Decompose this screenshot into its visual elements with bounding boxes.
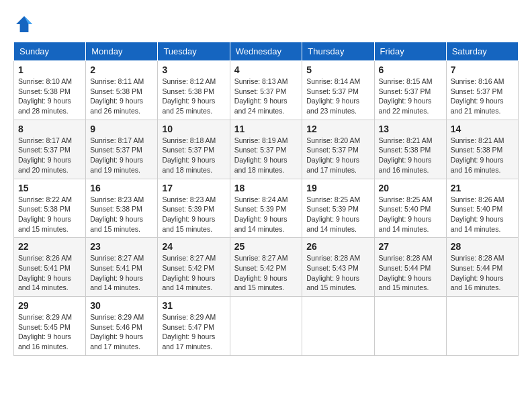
calendar-cell: 2 Sunrise: 8:11 AMSunset: 5:38 PMDayligh… <box>86 61 158 120</box>
calendar-cell: 12 Sunrise: 8:20 AMSunset: 5:37 PMDaylig… <box>302 120 374 179</box>
day-number: 31 <box>162 300 225 311</box>
logo <box>13 13 38 35</box>
day-info: Sunrise: 8:26 AMSunset: 5:40 PMDaylight:… <box>451 195 504 233</box>
calendar-cell: 27 Sunrise: 8:28 AMSunset: 5:44 PMDaylig… <box>374 238 446 297</box>
calendar-cell: 18 Sunrise: 8:24 AMSunset: 5:39 PMDaylig… <box>230 179 302 238</box>
day-number: 18 <box>234 183 298 193</box>
day-info: Sunrise: 8:25 AMSunset: 5:40 PMDaylight:… <box>379 195 433 233</box>
day-number: 6 <box>379 64 442 75</box>
day-number: 14 <box>451 124 514 134</box>
calendar-cell: 11 Sunrise: 8:19 AMSunset: 5:37 PMDaylig… <box>230 120 302 179</box>
day-number: 15 <box>18 183 81 193</box>
page-header <box>13 13 519 35</box>
day-number: 24 <box>162 241 225 252</box>
calendar-cell: 13 Sunrise: 8:21 AMSunset: 5:38 PMDaylig… <box>374 120 446 179</box>
day-info: Sunrise: 8:17 AMSunset: 5:37 PMDaylight:… <box>18 136 72 174</box>
header-saturday: Saturday <box>446 42 518 61</box>
day-info: Sunrise: 8:27 AMSunset: 5:42 PMDaylight:… <box>162 254 216 291</box>
day-info: Sunrise: 8:13 AMSunset: 5:37 PMDaylight:… <box>234 77 288 115</box>
calendar-cell: 31 Sunrise: 8:29 AMSunset: 5:47 PMDaylig… <box>158 297 230 356</box>
day-info: Sunrise: 8:18 AMSunset: 5:37 PMDaylight:… <box>162 136 216 174</box>
calendar-cell: 14 Sunrise: 8:21 AMSunset: 5:38 PMDaylig… <box>446 120 518 179</box>
day-number: 26 <box>306 241 369 252</box>
day-info: Sunrise: 8:23 AMSunset: 5:38 PMDaylight:… <box>90 195 144 233</box>
day-info: Sunrise: 8:15 AMSunset: 5:37 PMDaylight:… <box>379 77 433 115</box>
calendar-cell: 16 Sunrise: 8:23 AMSunset: 5:38 PMDaylig… <box>86 179 158 238</box>
day-number: 16 <box>90 183 153 193</box>
day-info: Sunrise: 8:16 AMSunset: 5:37 PMDaylight:… <box>451 77 504 115</box>
calendar-cell: 5 Sunrise: 8:14 AMSunset: 5:37 PMDayligh… <box>302 61 374 120</box>
day-number: 29 <box>18 300 81 311</box>
calendar-week-row: 1 Sunrise: 8:10 AMSunset: 5:38 PMDayligh… <box>14 61 519 120</box>
calendar-week-row: 8 Sunrise: 8:17 AMSunset: 5:37 PMDayligh… <box>14 120 519 179</box>
day-number: 12 <box>306 124 369 134</box>
calendar-cell: 15 Sunrise: 8:22 AMSunset: 5:38 PMDaylig… <box>14 179 86 238</box>
logo-icon <box>13 13 35 35</box>
day-info: Sunrise: 8:26 AMSunset: 5:41 PMDaylight:… <box>18 254 72 291</box>
calendar-cell: 24 Sunrise: 8:27 AMSunset: 5:42 PMDaylig… <box>158 238 230 297</box>
day-number: 27 <box>379 241 442 252</box>
day-info: Sunrise: 8:17 AMSunset: 5:37 PMDaylight:… <box>90 136 144 174</box>
calendar-cell: 4 Sunrise: 8:13 AMSunset: 5:37 PMDayligh… <box>230 61 302 120</box>
day-info: Sunrise: 8:12 AMSunset: 5:38 PMDaylight:… <box>162 77 216 115</box>
calendar-cell: 21 Sunrise: 8:26 AMSunset: 5:40 PMDaylig… <box>446 179 518 238</box>
header-sunday: Sunday <box>14 42 86 61</box>
day-info: Sunrise: 8:11 AMSunset: 5:38 PMDaylight:… <box>90 77 144 115</box>
day-info: Sunrise: 8:23 AMSunset: 5:39 PMDaylight:… <box>162 195 216 233</box>
calendar-cell: 20 Sunrise: 8:25 AMSunset: 5:40 PMDaylig… <box>374 179 446 238</box>
calendar-cell: 6 Sunrise: 8:15 AMSunset: 5:37 PMDayligh… <box>374 61 446 120</box>
calendar-cell: 26 Sunrise: 8:28 AMSunset: 5:43 PMDaylig… <box>302 238 374 297</box>
day-info: Sunrise: 8:29 AMSunset: 5:47 PMDaylight:… <box>162 313 216 351</box>
day-number: 1 <box>18 64 81 75</box>
calendar-cell: 10 Sunrise: 8:18 AMSunset: 5:37 PMDaylig… <box>158 120 230 179</box>
calendar-cell: 3 Sunrise: 8:12 AMSunset: 5:38 PMDayligh… <box>158 61 230 120</box>
calendar-cell <box>302 297 374 356</box>
day-info: Sunrise: 8:14 AMSunset: 5:37 PMDaylight:… <box>306 77 360 115</box>
day-number: 11 <box>234 124 298 134</box>
day-info: Sunrise: 8:29 AMSunset: 5:46 PMDaylight:… <box>90 313 144 351</box>
day-info: Sunrise: 8:28 AMSunset: 5:44 PMDaylight:… <box>451 254 504 291</box>
header-wednesday: Wednesday <box>230 42 302 61</box>
day-number: 8 <box>18 124 81 134</box>
day-number: 4 <box>234 64 298 75</box>
day-number: 13 <box>379 124 442 134</box>
calendar-cell: 25 Sunrise: 8:27 AMSunset: 5:42 PMDaylig… <box>230 238 302 297</box>
day-info: Sunrise: 8:10 AMSunset: 5:38 PMDaylight:… <box>18 77 72 115</box>
day-number: 19 <box>306 183 369 193</box>
day-number: 23 <box>90 241 153 252</box>
header-monday: Monday <box>86 42 158 61</box>
day-number: 17 <box>162 183 225 193</box>
day-number: 5 <box>306 64 369 75</box>
calendar-cell: 1 Sunrise: 8:10 AMSunset: 5:38 PMDayligh… <box>14 61 86 120</box>
calendar-cell: 17 Sunrise: 8:23 AMSunset: 5:39 PMDaylig… <box>158 179 230 238</box>
day-info: Sunrise: 8:25 AMSunset: 5:39 PMDaylight:… <box>306 195 360 233</box>
calendar-cell: 9 Sunrise: 8:17 AMSunset: 5:37 PMDayligh… <box>86 120 158 179</box>
calendar-week-row: 22 Sunrise: 8:26 AMSunset: 5:41 PMDaylig… <box>14 238 519 297</box>
calendar-cell: 8 Sunrise: 8:17 AMSunset: 5:37 PMDayligh… <box>14 120 86 179</box>
day-info: Sunrise: 8:27 AMSunset: 5:42 PMDaylight:… <box>234 254 288 291</box>
day-number: 10 <box>162 124 225 134</box>
day-number: 20 <box>379 183 442 193</box>
day-info: Sunrise: 8:19 AMSunset: 5:37 PMDaylight:… <box>234 136 288 174</box>
calendar-cell: 22 Sunrise: 8:26 AMSunset: 5:41 PMDaylig… <box>14 238 86 297</box>
calendar-table: Sunday Monday Tuesday Wednesday Thursday… <box>13 42 519 356</box>
day-number: 3 <box>162 64 225 75</box>
day-info: Sunrise: 8:22 AMSunset: 5:38 PMDaylight:… <box>18 195 72 233</box>
calendar-body: 1 Sunrise: 8:10 AMSunset: 5:38 PMDayligh… <box>14 61 519 356</box>
day-info: Sunrise: 8:21 AMSunset: 5:38 PMDaylight:… <box>451 136 504 174</box>
calendar-week-row: 29 Sunrise: 8:29 AMSunset: 5:45 PMDaylig… <box>14 297 519 356</box>
day-info: Sunrise: 8:21 AMSunset: 5:38 PMDaylight:… <box>379 136 433 174</box>
day-number: 30 <box>90 300 153 311</box>
calendar-cell: 28 Sunrise: 8:28 AMSunset: 5:44 PMDaylig… <box>446 238 518 297</box>
calendar-week-row: 15 Sunrise: 8:22 AMSunset: 5:38 PMDaylig… <box>14 179 519 238</box>
weekday-header-row: Sunday Monday Tuesday Wednesday Thursday… <box>14 42 519 61</box>
calendar-cell: 30 Sunrise: 8:29 AMSunset: 5:46 PMDaylig… <box>86 297 158 356</box>
day-info: Sunrise: 8:20 AMSunset: 5:37 PMDaylight:… <box>306 136 360 174</box>
day-number: 7 <box>451 64 514 75</box>
calendar-cell: 29 Sunrise: 8:29 AMSunset: 5:45 PMDaylig… <box>14 297 86 356</box>
day-info: Sunrise: 8:28 AMSunset: 5:43 PMDaylight:… <box>306 254 360 291</box>
day-number: 25 <box>234 241 298 252</box>
header-friday: Friday <box>374 42 446 61</box>
day-number: 9 <box>90 124 153 134</box>
calendar-cell <box>230 297 302 356</box>
